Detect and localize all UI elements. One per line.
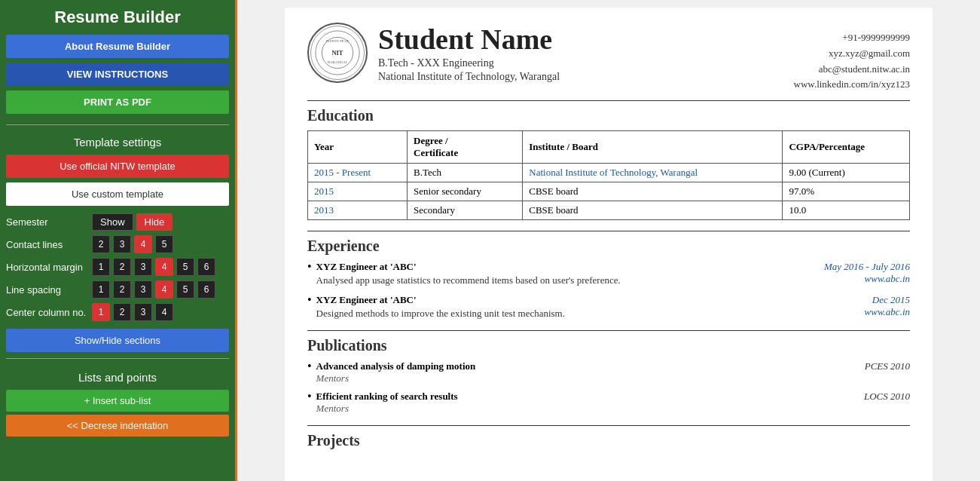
exp-desc-row-1: Analysed app usage statistics to recomme… [316, 273, 910, 286]
education-table: Year Degree /Certificate Institute / Boa… [307, 130, 910, 220]
divider-1 [6, 124, 229, 125]
exp-title-2: XYZ Engineer at 'ABC' [316, 294, 417, 306]
pub-bullet-row-1: • Advanced analysis of damping motion PC… [307, 360, 910, 384]
table-row: 2015 Senior secondary CBSE board 97.0% [308, 182, 910, 201]
edu-col-institute: Institute / Board [523, 131, 783, 164]
list-item: • XYZ Engineer at 'ABC' May 2016 - July … [307, 261, 910, 286]
insert-sublist-button[interactable]: + Insert sub-list [6, 390, 229, 412]
hmargin-2[interactable]: 2 [113, 258, 131, 276]
template-buttons: Use official NITW template Use custom te… [6, 155, 229, 206]
semester-hide-button[interactable]: Hide [136, 213, 173, 231]
edu-degree-3: Secondary [408, 201, 523, 220]
hmargin-3[interactable]: 3 [134, 258, 152, 276]
line-spacing-label: Line spacing [6, 284, 89, 296]
lspacing-6[interactable]: 6 [197, 280, 215, 299]
student-info: Student Name B.Tech - XXX Engineering Na… [378, 23, 560, 83]
exp-link-1: www.abc.in [865, 273, 910, 286]
svg-text:NIT: NIT [331, 49, 343, 57]
student-email1: xyz.xyz@gmail.com [794, 46, 910, 62]
list-item: • Efficient ranking of search results LO… [307, 391, 910, 415]
semester-show-button[interactable]: Show [92, 213, 133, 231]
experience-section: Experience • XYZ Engineer at 'ABC' May 2… [307, 237, 910, 320]
svg-text:INSTITUTE OF: INSTITUTE OF [325, 39, 350, 43]
lspacing-4[interactable]: 4 [155, 280, 173, 299]
use-custom-template-button[interactable]: Use custom template [6, 182, 229, 206]
exp-desc-2: Designed methods to improve the existing… [316, 308, 565, 320]
pub-sub-1: Mentors [316, 372, 910, 384]
edu-divider [307, 231, 910, 231]
header-right: +91-9999999999 xyz.xyz@gmail.com abc@stu… [794, 23, 910, 93]
contact-lines-label: Contact lines [6, 239, 89, 250]
edu-inst-3: CBSE board [523, 201, 783, 220]
exp-content-2: XYZ Engineer at 'ABC' Dec 2015 Designed … [316, 294, 910, 320]
lspacing-5[interactable]: 5 [176, 280, 194, 299]
centercol-4[interactable]: 4 [155, 303, 173, 321]
hmargin-4[interactable]: 4 [155, 258, 173, 276]
exp-desc-row-2: Designed methods to improve the existing… [316, 306, 910, 320]
exp-title-1: XYZ Engineer at 'ABC' [316, 261, 417, 273]
sidebar: Resume Builder About Resume Builder VIEW… [0, 0, 237, 481]
lspacing-3[interactable]: 3 [134, 280, 152, 299]
hmargin-5[interactable]: 5 [176, 258, 194, 276]
experience-heading: Experience [307, 237, 910, 255]
about-button[interactable]: About Resume Builder [6, 35, 229, 58]
pub-title-1: Advanced analysis of damping motion [316, 360, 476, 372]
header-left: INSTITUTE OF NIT WARANGAL Student Name B… [307, 23, 560, 83]
contact-num-2[interactable]: 2 [92, 235, 110, 253]
edu-col-cgpa: CGPA/Percentage [783, 131, 910, 164]
exp-bullet-row-1: • XYZ Engineer at 'ABC' May 2016 - July … [307, 261, 910, 286]
lspacing-1[interactable]: 1 [92, 280, 110, 299]
horizontal-margin-row: Horizontal margin 1 2 3 4 5 6 [6, 258, 229, 276]
exp-content-1: XYZ Engineer at 'ABC' May 2016 - July 20… [316, 261, 910, 286]
projects-heading: Projects [307, 432, 910, 449]
show-hide-sections-button[interactable]: Show/Hide sections [6, 329, 229, 352]
pub-divider [307, 425, 910, 426]
pub-venue-2: LOCS 2010 [864, 391, 910, 403]
publications-section: Publications • Advanced analysis of damp… [307, 337, 910, 415]
edu-inst-2: CBSE board [523, 182, 783, 201]
divider-2 [6, 358, 229, 359]
pub-bullet-1: • [307, 360, 312, 373]
contact-num-4[interactable]: 4 [134, 235, 152, 253]
centercol-3[interactable]: 3 [134, 303, 152, 321]
pub-header-1: Advanced analysis of damping motion PCES… [316, 360, 910, 372]
contact-lines-row: Contact lines 2 3 4 5 [6, 235, 229, 253]
edu-year-1: 2015 - Present [308, 164, 408, 182]
edu-col-year: Year [308, 131, 408, 164]
exp-header-2: XYZ Engineer at 'ABC' Dec 2015 [316, 294, 910, 306]
exp-header-1: XYZ Engineer at 'ABC' May 2016 - July 20… [316, 261, 910, 273]
student-degree: B.Tech - XXX Engineering [378, 57, 560, 69]
bullet-icon-2: • [307, 293, 312, 307]
resume-header: INSTITUTE OF NIT WARANGAL Student Name B… [307, 23, 910, 93]
student-linkedin: www.linkedin.com/in/xyz123 [794, 77, 910, 93]
pub-bullet-2: • [307, 390, 312, 403]
contact-num-5[interactable]: 5 [155, 235, 173, 253]
use-official-template-button[interactable]: Use official NITW template [6, 155, 229, 178]
projects-section: Projects [307, 432, 910, 449]
pub-header-2: Efficient ranking of search results LOCS… [316, 391, 910, 403]
template-settings-title: Template settings [6, 136, 229, 149]
student-name: Student Name [378, 23, 560, 56]
view-instructions-button[interactable]: VIEW INSTRUCTIONS [6, 63, 229, 86]
edu-year-3: 2013 [308, 201, 408, 220]
logo-inner: INSTITUTE OF NIT WARANGAL [310, 26, 365, 80]
lspacing-2[interactable]: 2 [113, 280, 131, 299]
pub-venue-1: PCES 2010 [865, 360, 910, 372]
edu-degree-2: Senior secondary [408, 182, 523, 201]
edu-cgpa-2: 97.0% [783, 182, 910, 201]
centercol-2[interactable]: 2 [113, 303, 131, 321]
contact-num-3[interactable]: 3 [113, 235, 131, 253]
centercol-1[interactable]: 1 [92, 303, 110, 321]
hmargin-1[interactable]: 1 [92, 258, 110, 276]
edu-year-2: 2015 [308, 182, 408, 201]
print-pdf-button[interactable]: PRINT AS PDF [6, 90, 229, 114]
center-column-row: Center column no. 1 2 3 4 [6, 303, 229, 321]
semester-show-hide: Show Hide [92, 213, 172, 231]
exp-link-2: www.abc.in [865, 306, 910, 320]
sidebar-title: Resume Builder [6, 8, 229, 27]
exp-bullet-row-2: • XYZ Engineer at 'ABC' Dec 2015 Designe… [307, 294, 910, 320]
horizontal-margin-label: Horizontal margin [6, 262, 89, 273]
decrease-indent-button[interactable]: << Decrese indentation [6, 415, 229, 437]
semester-label: Semester [6, 216, 89, 228]
hmargin-6[interactable]: 6 [197, 258, 215, 276]
